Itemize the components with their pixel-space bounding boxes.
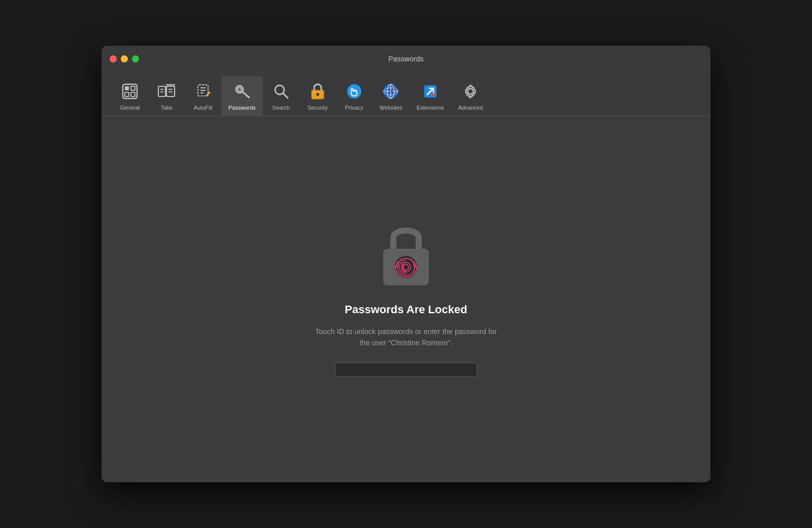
maximize-button[interactable] (132, 55, 139, 62)
svg-point-35 (468, 89, 473, 94)
tab-tabs[interactable]: Tabs (148, 76, 185, 116)
svg-rect-3 (125, 92, 129, 96)
password-input[interactable] (335, 362, 477, 377)
svg-point-33 (394, 87, 395, 89)
search-icon (270, 80, 292, 103)
svg-rect-25 (312, 90, 324, 93)
window-controls (110, 55, 139, 62)
main-content: Passwords Are Locked Touch ID to unlock … (101, 116, 710, 482)
tab-search-label: Search (272, 105, 290, 111)
autofill-icon (192, 80, 214, 103)
tab-security-label: Security (308, 105, 328, 111)
tab-passwords-label: Passwords (228, 105, 256, 111)
toolbar: General Tabs (101, 72, 710, 116)
svg-rect-2 (131, 86, 135, 90)
tab-autofill[interactable]: AutoFill (185, 76, 221, 116)
svg-rect-4 (131, 92, 135, 96)
tab-privacy[interactable]: Privacy (336, 76, 373, 116)
minimize-button[interactable] (121, 55, 128, 62)
svg-rect-1 (125, 86, 129, 90)
svg-point-17 (238, 88, 241, 91)
extensions-icon (419, 80, 442, 103)
locked-title: Passwords Are Locked (345, 303, 467, 316)
title-bar: Passwords (101, 46, 710, 72)
tab-privacy-label: Privacy (345, 105, 363, 111)
svg-point-24 (316, 93, 319, 96)
tab-extensions-label: Extensions (417, 105, 444, 111)
close-button[interactable] (110, 55, 117, 62)
locked-subtitle: Touch ID to unlock passwords or enter th… (310, 326, 502, 349)
safari-preferences-window: Passwords General (101, 46, 710, 482)
passwords-icon (231, 80, 253, 103)
tab-general-label: General (120, 105, 140, 111)
tab-advanced[interactable]: Advanced (451, 76, 490, 116)
tab-autofill-label: AutoFill (194, 105, 213, 111)
tab-extensions[interactable]: Extensions (410, 76, 451, 116)
tab-websites-label: Websites (380, 105, 402, 111)
general-icon (119, 80, 141, 103)
tab-websites[interactable]: Websites (373, 76, 410, 116)
tab-general[interactable]: General (112, 76, 148, 116)
tab-tabs-label: Tabs (160, 105, 172, 111)
tab-security[interactable]: Security (299, 76, 336, 116)
tab-passwords[interactable]: Passwords (221, 76, 263, 116)
tab-search[interactable]: Search (263, 76, 299, 116)
tab-advanced-label: Advanced (458, 105, 483, 111)
tabs-icon (155, 80, 178, 103)
privacy-icon (343, 80, 365, 103)
lock-container: Passwords Are Locked Touch ID to unlock … (310, 217, 502, 377)
lock-svg (376, 217, 436, 288)
websites-icon (380, 80, 402, 103)
window-title: Passwords (388, 55, 423, 63)
security-icon (307, 80, 329, 103)
advanced-icon (459, 80, 482, 103)
password-input-wrapper (335, 362, 477, 377)
svg-line-22 (283, 93, 288, 98)
lock-icon-wrapper (376, 217, 436, 288)
